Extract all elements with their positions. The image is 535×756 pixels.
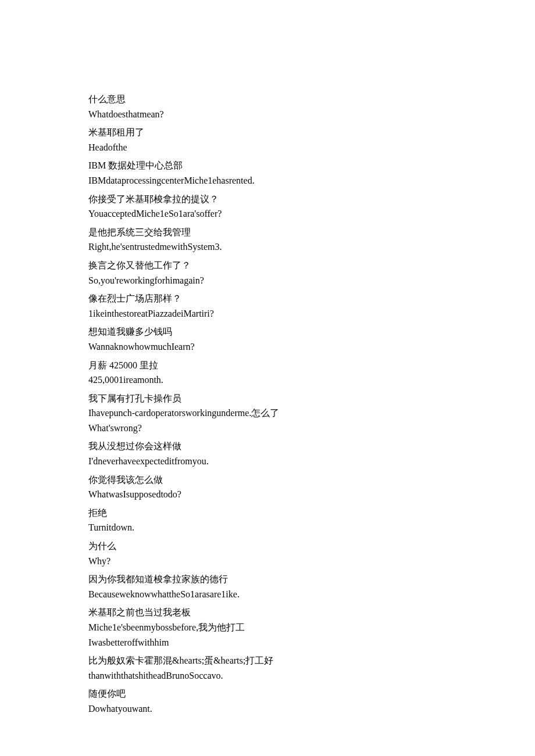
dialogue-block: 换言之你又替他工作了？So,you'reworkingforhimagain? bbox=[88, 258, 447, 288]
dialogue-line: 我下属有打孔卡操作员 bbox=[88, 391, 447, 406]
dialogue-block: IBM 数据处理中心总部IBMdataprocessingcenterMiche… bbox=[88, 158, 447, 188]
dialogue-block: 我下属有打孔卡操作员Ihavepunch-cardoperatorsworkin… bbox=[88, 391, 447, 436]
dialogue-block: 想知道我赚多少钱吗WannaknowhowmuchIearn? bbox=[88, 324, 447, 354]
dialogue-line: 比为般奴索卡霍那混&hearts;蛋&hearts;打工好 bbox=[88, 653, 447, 668]
dialogue-line: WannaknowhowmuchIearn? bbox=[88, 339, 447, 354]
dialogue-line: WhatwasIsupposedtodo? bbox=[88, 487, 447, 502]
dialogue-block: 拒绝Turnitdown. bbox=[88, 506, 447, 535]
dialogue-block: 米基耶租用了Headofthe bbox=[88, 125, 447, 155]
dialogue-block: 是他把系统三交给我管理Right,he'sentrustedmewithSyst… bbox=[88, 225, 447, 255]
dialogue-line: Why? bbox=[88, 554, 447, 569]
dialogue-line: Iwasbetteroffwithhim bbox=[88, 635, 447, 650]
dialogue-line: 我从没想过你会这样做 bbox=[88, 439, 447, 454]
dialogue-block: 随便你吧Dowhatyouwant. bbox=[88, 686, 447, 716]
dialogue-line: 拒绝 bbox=[88, 506, 447, 521]
dialogue-line: 1ikeinthestoreatPiazzadeiMartiri? bbox=[88, 306, 447, 321]
dialogue-line: 换言之你又替他工作了？ bbox=[88, 258, 447, 273]
dialogue-line: 想知道我赚多少钱吗 bbox=[88, 324, 447, 339]
dialogue-line: thanwiththatshitheadBrunoSoccavo. bbox=[88, 668, 447, 683]
dialogue-line: So,you'reworkingforhimagain? bbox=[88, 273, 447, 288]
dialogue-line: 像在烈士广场店那样？ bbox=[88, 291, 447, 306]
dialogue-line: Headofthe bbox=[88, 140, 447, 155]
dialogue-block: 月薪 425000 里拉425,0001ireamonth. bbox=[88, 358, 447, 388]
dialogue-line: IBMdataprocessingcenterMiche1ehasrented. bbox=[88, 173, 447, 188]
dialogue-line: 为什么 bbox=[88, 539, 447, 554]
dialogue-line: IBM 数据处理中心总部 bbox=[88, 158, 447, 173]
dialogue-block: 因为你我都知道梭拿拉家族的德行BecauseweknowwhattheSo1ar… bbox=[88, 572, 447, 601]
dialogue-line: 米基耶租用了 bbox=[88, 125, 447, 140]
dialogue-line: YouacceptedMiche1eSo1ara'soffer? bbox=[88, 206, 447, 221]
dialogue-block: 为什么Why? bbox=[88, 539, 447, 568]
dialogue-line: 月薪 425000 里拉 bbox=[88, 358, 447, 373]
dialogue-line: Miche1e'sbeenmybossbefore,我为他打工 bbox=[88, 620, 447, 635]
dialogue-line: 是他把系统三交给我管理 bbox=[88, 225, 447, 240]
dialogue-line: BecauseweknowwhattheSo1arasare1ike. bbox=[88, 587, 447, 602]
dialogue-block: 像在烈士广场店那样？1ikeinthestoreatPiazzadeiMarti… bbox=[88, 291, 447, 321]
dialogue-block: 你接受了米基耶梭拿拉的提议？YouacceptedMiche1eSo1ara's… bbox=[88, 192, 447, 221]
dialogue-line: 米基耶之前也当过我老板 bbox=[88, 605, 447, 620]
dialogue-line: Dowhatyouwant. bbox=[88, 701, 447, 716]
dialogue-line: 什么意思 bbox=[88, 92, 447, 107]
dialogue-line: Turnitdown. bbox=[88, 520, 447, 535]
dialogue-line: 随便你吧 bbox=[88, 686, 447, 701]
dialogue-line: Whatdoesthatmean? bbox=[88, 107, 447, 122]
dialogue-block: 比为般奴索卡霍那混&hearts;蛋&hearts;打工好thanwiththa… bbox=[88, 653, 447, 683]
dialogue-block: 米基耶之前也当过我老板Miche1e'sbeenmybossbefore,我为他… bbox=[88, 605, 447, 650]
dialogue-block: 你觉得我该怎么做WhatwasIsupposedtodo? bbox=[88, 472, 447, 502]
dialogue-line: 你觉得我该怎么做 bbox=[88, 472, 447, 488]
document-body: 什么意思Whatdoesthatmean?米基耶租用了HeadoftheIBM … bbox=[88, 92, 447, 716]
dialogue-line: 425,0001ireamonth. bbox=[88, 372, 447, 388]
dialogue-line: 你接受了米基耶梭拿拉的提议？ bbox=[88, 192, 447, 207]
dialogue-line: Ihavepunch-cardoperatorsworkingunderme.怎… bbox=[88, 406, 447, 421]
dialogue-line: Right,he'sentrustedmewithSystem3. bbox=[88, 239, 447, 255]
dialogue-line: What'swrong? bbox=[88, 421, 447, 436]
dialogue-block: 什么意思Whatdoesthatmean? bbox=[88, 92, 447, 121]
dialogue-block: 我从没想过你会这样做I'dneverhaveexpecteditfromyou. bbox=[88, 439, 447, 468]
dialogue-line: 因为你我都知道梭拿拉家族的德行 bbox=[88, 572, 447, 587]
dialogue-line: I'dneverhaveexpecteditfromyou. bbox=[88, 454, 447, 469]
